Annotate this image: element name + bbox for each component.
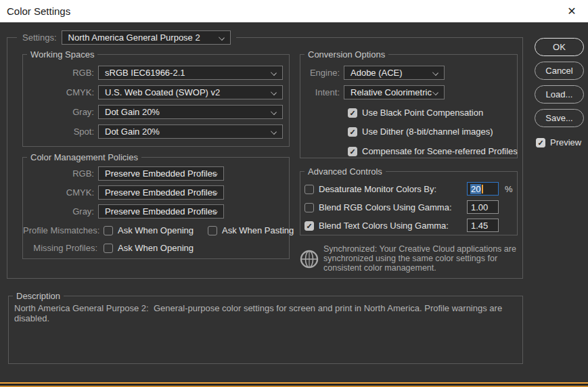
rgb-policy-value: Preserve Embedded Profiles [105,168,217,179]
working-space-rgb-row: RGB: sRGB IEC61966-2.1 [23,66,287,80]
preview-checkbox[interactable]: ✓ [536,138,545,147]
settings-label: Settings: [22,32,57,43]
engine-label: Engine: [300,68,340,78]
description-title: Description [13,290,64,302]
missing-profiles-row: Missing Profiles: Ask When Opening [23,243,288,253]
ask-when-pasting-checkbox[interactable] [208,226,217,235]
policy-cmyk-row: CMYK: Preserve Embedded Profiles [23,185,287,200]
profile-mismatches-label: Profile Mismatches: [23,225,97,235]
blend-rgb-gamma-label: Blend RGB Colors Using Gamma: [319,202,452,212]
intent-dropdown[interactable]: Relative Colorimetric [344,85,445,99]
gray-policy-dropdown[interactable]: Preserve Embedded Profiles [98,204,224,219]
profile-mismatches-row: Profile Mismatches: Ask When Opening Ask… [23,225,288,235]
missing-profiles-label: Missing Profiles: [23,243,97,253]
chevron-down-icon [271,109,277,115]
gray-working-space-dropdown[interactable]: Dot Gain 20% [98,105,283,119]
use-dither-checkbox[interactable]: ✓ [348,127,357,137]
intent-row: Intent: Relative Colorimetric [300,85,516,99]
policy-rgb-row: RGB: Preserve Embedded Profiles [23,166,287,181]
close-icon[interactable]: ✕ [558,0,585,22]
working-space-gray-row: Gray: Dot Gain 20% [23,105,287,119]
use-black-point-compensation-checkbox[interactable]: ✓ [348,108,357,118]
intent-value: Relative Colorimetric [350,87,432,97]
rgb-working-space-dropdown[interactable]: sRGB IEC61966-2.1 [98,66,283,80]
chevron-down-icon [432,70,438,76]
desaturate-percent-value: 20 [470,184,481,194]
compensate-scene-referred-checkbox[interactable]: ✓ [348,147,357,156]
working-spaces-title: Working Spaces [27,49,97,60]
gray-working-space-value: Dot Gain 20% [105,107,160,117]
gray-policy-value: Preserve Embedded Profiles [105,206,217,217]
cancel-button[interactable]: Cancel [535,62,584,80]
desaturate-row: Desaturate Monitor Colors By: [304,184,436,194]
cmyk-label: CMYK: [23,87,94,97]
engine-value: Adobe (ACE) [350,68,403,78]
cmyk-policy-dropdown[interactable]: Preserve Embedded Profiles [98,185,224,200]
advanced-controls-title: Advanced Controls [304,166,386,177]
blend-rgb-gamma-checkbox[interactable] [304,203,314,212]
black-point-row: ✓ Use Black Point Compensation [348,108,483,118]
chevron-down-icon [219,35,225,41]
color-settings-dialog: Color Settings ✕ Settings: North America… [0,0,588,387]
preview-label: Preview [550,137,581,147]
desaturate-percent-input[interactable]: 20 [467,182,499,196]
conversion-options-group: Conversion Options Engine: Adobe (ACE) I… [300,54,518,158]
description-text: North America General Purpose 2: General… [14,303,516,323]
ask-when-pasting-label: Ask When Pasting [222,225,294,235]
conversion-options-title: Conversion Options [304,49,388,60]
compensate-scene-referred-label: Compensate for Scene-referred Profiles [362,146,518,156]
scene-referred-row: ✓ Compensate for Scene-referred Profiles [348,146,518,156]
blend-text-gamma-checkbox[interactable]: ✓ [304,221,314,231]
ok-button[interactable]: OK [535,38,584,56]
title-bar: Color Settings ✕ [0,0,588,22]
policy-rgb-label: RGB: [23,168,94,179]
ask-when-opening-missing-checkbox[interactable] [104,244,113,253]
rgb-policy-dropdown[interactable]: Preserve Embedded Profiles [98,166,224,181]
spot-working-space-dropdown[interactable]: Dot Gain 20% [98,124,283,139]
ask-when-opening-mismatch-checkbox[interactable] [104,226,113,235]
use-dither-row: ✓ Use Dither (8-bit/channel images) [348,127,493,137]
intent-label: Intent: [300,87,340,97]
ask-when-opening-mismatch-label: Ask When Opening [118,225,194,235]
desaturate-monitor-checkbox[interactable] [304,185,314,194]
text-caret [482,185,483,194]
dialog-body: Settings: North America General Purpose … [0,22,588,387]
advanced-controls-group: Advanced Controls Desaturate Monitor Col… [300,171,518,235]
save-button[interactable]: Save... [535,109,584,127]
working-space-spot-row: Spot: Dot Gain 20% [23,124,287,139]
policy-gray-row: Gray: Preserve Embedded Profiles [23,204,287,219]
chevron-down-icon [271,70,277,76]
settings-dropdown-value: North America General Purpose 2 [68,32,200,43]
percent-suffix: % [505,184,513,194]
settings-dropdown[interactable]: North America General Purpose 2 [62,30,231,45]
blend-text-gamma-input[interactable] [467,219,499,232]
load-button[interactable]: Load... [535,85,584,104]
use-dither-label: Use Dither (8-bit/channel images) [362,127,493,137]
sync-message: Synchronized: Your Creative Cloud applic… [323,244,524,273]
cmyk-policy-value: Preserve Embedded Profiles [105,187,217,198]
spot-working-space-value: Dot Gain 20% [105,127,160,137]
desaturate-monitor-label: Desaturate Monitor Colors By: [319,184,436,194]
cmyk-working-space-dropdown[interactable]: U.S. Web Coated (SWOP) v2 [98,85,283,99]
engine-dropdown[interactable]: Adobe (ACE) [344,66,445,80]
bottom-accent-stripe [0,382,588,387]
gray-label: Gray: [23,107,94,117]
dialog-title: Color Settings [7,5,70,17]
working-spaces-group: Working Spaces RGB: sRGB IEC61966-2.1 CM… [22,54,290,147]
use-black-point-compensation-label: Use Black Point Compensation [362,108,483,118]
chevron-down-icon [271,129,277,135]
description-group: Description North America General Purpos… [8,296,523,364]
chevron-down-icon [271,89,277,95]
blend-text-row: ✓ Blend Text Colors Using Gamma: [304,221,449,231]
working-space-cmyk-row: CMYK: U.S. Web Coated (SWOP) v2 [23,85,287,99]
cmyk-working-space-value: U.S. Web Coated (SWOP) v2 [105,87,220,97]
ask-when-opening-missing-label: Ask When Opening [118,243,194,253]
color-management-policies-group: Color Management Policies RGB: Preserve … [22,157,290,259]
preview-row: ✓ Preview [536,137,581,147]
policy-gray-label: Gray: [23,206,94,217]
blend-rgb-gamma-input[interactable] [467,200,499,214]
chevron-down-icon [432,89,438,95]
color-management-policies-title: Color Management Policies [27,152,141,163]
blend-text-gamma-label: Blend Text Colors Using Gamma: [319,221,449,231]
engine-row: Engine: Adobe (ACE) [300,66,516,80]
